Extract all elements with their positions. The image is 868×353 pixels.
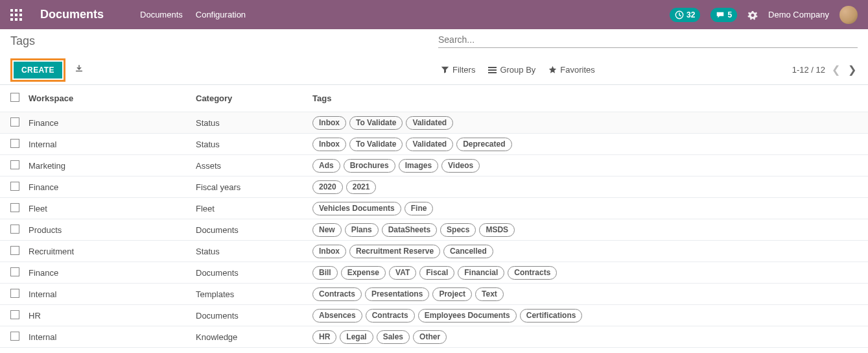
tag-chip[interactable]: Project bbox=[432, 287, 472, 301]
avatar[interactable] bbox=[839, 6, 858, 24]
tag-chip[interactable]: Plans bbox=[345, 223, 379, 237]
funnel-icon bbox=[441, 66, 449, 74]
menu-documents[interactable]: Documents bbox=[140, 10, 183, 19]
svg-rect-6 bbox=[10, 18, 13, 21]
tag-chip[interactable]: To Validate bbox=[349, 138, 403, 151]
filters-label: Filters bbox=[452, 65, 475, 75]
tag-chip[interactable]: Fine bbox=[405, 202, 434, 215]
row-checkbox[interactable] bbox=[10, 117, 19, 127]
cell-tags: InboxRecruitment ReserveCancelled bbox=[312, 245, 858, 258]
table-row[interactable]: FinanceFiscal years20202021 bbox=[0, 176, 868, 198]
tag-chip[interactable]: New bbox=[312, 223, 342, 237]
tag-chip[interactable]: Vehicles Documents bbox=[312, 202, 401, 215]
tag-chip[interactable]: Inbox bbox=[312, 138, 346, 151]
tag-chip[interactable]: 2020 bbox=[312, 180, 343, 194]
tag-chip[interactable]: To Validate bbox=[349, 116, 403, 130]
table-row[interactable]: InternalStatusInboxTo ValidateValidatedD… bbox=[0, 134, 868, 155]
col-tags[interactable]: Tags bbox=[312, 93, 858, 103]
tag-chip[interactable]: Expense bbox=[341, 266, 386, 280]
table-row[interactable]: FinanceDocumentsBillExpenseVATFiscalFina… bbox=[0, 262, 868, 284]
search-input[interactable] bbox=[438, 34, 858, 45]
row-checkbox[interactable] bbox=[10, 139, 19, 148]
tag-chip[interactable]: Legal bbox=[340, 330, 373, 344]
table-row[interactable]: MarketingAssetsAdsBrochuresImagesVideos bbox=[0, 155, 868, 176]
tag-chip[interactable]: Recruitment Reserve bbox=[349, 245, 440, 258]
tag-chip[interactable]: Validated bbox=[406, 138, 453, 151]
menu-configuration[interactable]: Configuration bbox=[196, 10, 246, 19]
tag-chip[interactable]: Contracts bbox=[508, 266, 557, 280]
tag-chip[interactable]: Certifications bbox=[520, 309, 583, 323]
select-all-checkbox[interactable] bbox=[10, 93, 19, 102]
tag-chip[interactable]: Images bbox=[399, 159, 438, 173]
tag-chip[interactable]: Contracts bbox=[366, 309, 415, 323]
col-workspace[interactable]: Workspace bbox=[29, 93, 196, 103]
tag-chip[interactable]: Deprecated bbox=[456, 138, 511, 151]
table-row[interactable]: ProductsDocumentsNewPlansDataSheetsSpecs… bbox=[0, 219, 868, 241]
cell-tags: Vehicles DocumentsFine bbox=[312, 202, 858, 215]
tag-chip[interactable]: 2021 bbox=[346, 180, 377, 194]
download-icon[interactable] bbox=[72, 64, 84, 75]
tag-chip[interactable]: Bill bbox=[312, 266, 338, 280]
table-row[interactable]: FleetFleetVehicles DocumentsFine bbox=[0, 198, 868, 219]
table-row[interactable]: RecruitmentStatusInboxRecruitment Reserv… bbox=[0, 241, 868, 262]
cell-workspace: HR bbox=[29, 311, 196, 321]
tag-chip[interactable]: Ads bbox=[312, 159, 340, 173]
tag-chip[interactable]: Inbox bbox=[312, 116, 346, 130]
svg-rect-1 bbox=[15, 9, 18, 12]
tag-chip[interactable]: HR bbox=[312, 330, 336, 344]
svg-rect-8 bbox=[19, 18, 22, 21]
table-row[interactable]: InternalKnowledgeHRLegalSalesOther bbox=[0, 326, 868, 348]
tag-chip[interactable]: Presentations bbox=[365, 287, 429, 301]
cell-tags: ContractsPresentationsProjectText bbox=[312, 287, 858, 301]
col-category[interactable]: Category bbox=[196, 93, 312, 103]
tag-chip[interactable]: Sales bbox=[377, 330, 410, 344]
cell-tags: BillExpenseVATFiscalFinancialContracts bbox=[312, 266, 858, 280]
groupby-toggle[interactable]: Group By bbox=[488, 65, 535, 75]
app-brand[interactable]: Documents bbox=[40, 8, 104, 21]
tag-chip[interactable]: Employees Documents bbox=[418, 309, 517, 323]
row-checkbox[interactable] bbox=[10, 332, 19, 341]
svg-rect-5 bbox=[19, 14, 22, 16]
wrench-icon[interactable] bbox=[747, 10, 758, 20]
tag-chip[interactable]: Text bbox=[475, 287, 504, 301]
tag-chip[interactable]: DataSheets bbox=[382, 223, 437, 237]
next-page-icon[interactable]: ❯ bbox=[847, 64, 858, 76]
tag-chip[interactable]: Brochures bbox=[344, 159, 395, 173]
favorites-toggle[interactable]: Favorites bbox=[548, 65, 594, 75]
tag-chip[interactable]: Other bbox=[413, 330, 447, 344]
tag-chip[interactable]: Inbox bbox=[312, 245, 346, 258]
apps-icon[interactable] bbox=[10, 9, 22, 21]
row-checkbox[interactable] bbox=[10, 310, 19, 319]
tags-table: Workspace Category Tags FinanceStatusInb… bbox=[0, 85, 868, 348]
row-checkbox[interactable] bbox=[10, 246, 19, 255]
row-checkbox[interactable] bbox=[10, 289, 19, 298]
company-selector[interactable]: Demo Company bbox=[768, 10, 829, 19]
tag-chip[interactable]: Cancelled bbox=[443, 245, 493, 258]
cell-category: Knowledge bbox=[196, 332, 312, 342]
table-row[interactable]: FinanceStatusInboxTo ValidateValidated bbox=[0, 112, 868, 134]
prev-page-icon[interactable]: ❮ bbox=[830, 64, 841, 76]
tag-chip[interactable]: Videos bbox=[441, 159, 480, 173]
tag-chip[interactable]: Specs bbox=[440, 223, 476, 237]
filters-toggle[interactable]: Filters bbox=[441, 65, 475, 75]
tag-chip[interactable]: Fiscal bbox=[419, 266, 454, 280]
timer-badge[interactable]: 32 bbox=[670, 8, 700, 22]
tag-chip[interactable]: MSDS bbox=[479, 223, 515, 237]
tag-chip[interactable]: Financial bbox=[458, 266, 504, 280]
tag-chip[interactable]: Contracts bbox=[312, 287, 362, 301]
table-row[interactable]: InternalTemplatesContractsPresentationsP… bbox=[0, 284, 868, 305]
row-checkbox[interactable] bbox=[10, 203, 19, 212]
row-checkbox[interactable] bbox=[10, 225, 19, 234]
table-row[interactable]: HRDocumentsAbsencesContractsEmployees Do… bbox=[0, 305, 868, 326]
row-checkbox[interactable] bbox=[10, 160, 19, 169]
row-checkbox[interactable] bbox=[10, 182, 19, 191]
cell-workspace: Recruitment bbox=[29, 247, 196, 256]
cell-tags: AbsencesContractsEmployees DocumentsCert… bbox=[312, 309, 858, 323]
chat-badge[interactable]: 5 bbox=[710, 8, 737, 22]
tag-chip[interactable]: VAT bbox=[389, 266, 416, 280]
row-checkbox[interactable] bbox=[10, 267, 19, 276]
tag-chip[interactable]: Absences bbox=[312, 309, 362, 323]
tag-chip[interactable]: Validated bbox=[406, 116, 453, 130]
create-button[interactable]: CREATE bbox=[14, 62, 62, 79]
groupby-label: Group By bbox=[500, 65, 535, 75]
